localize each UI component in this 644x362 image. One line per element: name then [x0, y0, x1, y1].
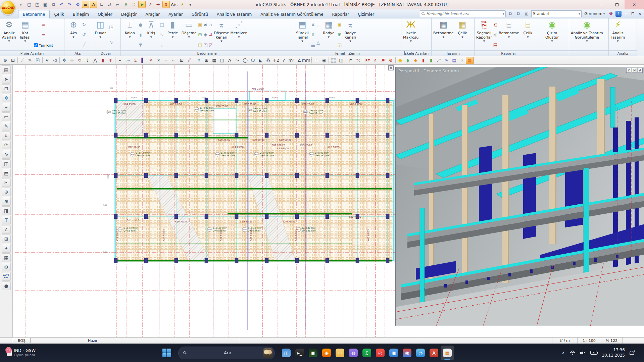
duvar-button[interactable]: ◫Duvar▼: [92, 19, 108, 50]
text-icon[interactable]: A: [226, 57, 234, 64]
doc-minimize-icon[interactable]: ─: [623, 11, 629, 17]
frame-icon[interactable]: ▭: [2, 112, 11, 121]
surekli-temel-button[interactable]: ⬒SürekliTemel▼: [294, 19, 310, 50]
iskele-makrosu-button[interactable]: ЖİskeleMakrosu▼: [402, 19, 419, 50]
taskbar-search[interactable]: Ara: [178, 347, 275, 359]
zoom-window-icon[interactable]: ⊕: [1, 57, 9, 64]
small-tool-icon[interactable]: ≠: [203, 22, 207, 27]
small-tool-icon[interactable]: ⇊: [209, 32, 212, 37]
small-tool-icon[interactable]: ∿: [160, 32, 164, 37]
radye-button[interactable]: ▦Radye▼: [321, 19, 337, 50]
edge-icon[interactable]: ◔: [414, 346, 427, 360]
coord-3p-icon[interactable]: 3P: [379, 57, 387, 64]
weather-widget[interactable]: 9 IND - GSW Oyun puanı: [3, 348, 74, 358]
start-button[interactable]: [160, 346, 174, 360]
cloud-icon[interactable]: ⬡: [249, 57, 257, 64]
analysis-run-icon[interactable]: ⚡: [458, 57, 466, 64]
hatch-icon[interactable]: ⌗: [195, 57, 203, 64]
terminal-app-icon[interactable]: ▸_: [293, 346, 306, 360]
plan-corner-button[interactable]: A: [388, 65, 394, 70]
insert-icon[interactable]: ⊕: [2, 188, 11, 196]
small-tool-icon[interactable]: ◱: [338, 42, 342, 47]
tab--izimler[interactable]: Çizimler: [353, 10, 379, 18]
aks-button[interactable]: ⊕Aks▼: [65, 19, 82, 50]
move-icon[interactable]: ✥: [60, 57, 68, 64]
display-options-icon[interactable]: ⊞: [523, 10, 530, 17]
analiz-ayarlari-button[interactable]: ⚙AnalizAyarları▼: [1, 19, 17, 50]
measure-3d-icon[interactable]: ⤢: [435, 57, 443, 64]
elevation-view-icon[interactable]: ⬒: [2, 169, 11, 177]
points-icon[interactable]: ⁂: [264, 57, 272, 64]
array-icon[interactable]: ⁜: [107, 57, 114, 64]
result-table-icon[interactable]: ▤: [450, 57, 458, 64]
snap-burst-icon[interactable]: ✳: [147, 57, 155, 64]
level-icon[interactable]: ≐: [312, 57, 320, 64]
polyline-icon[interactable]: 〜: [234, 57, 241, 64]
search-dropdown-icon[interactable]: ▾: [503, 12, 504, 15]
unit-indicator[interactable]: tf / m: [552, 338, 578, 344]
merdiven-button[interactable]: ⋰Merdiven▼: [230, 19, 248, 50]
hatch-tool-icon[interactable]: ⌗: [2, 131, 11, 140]
break-icon[interactable]: ✕: [155, 57, 162, 64]
viewport-button-a[interactable]: A: [638, 68, 643, 73]
draw-icon[interactable]: ✎: [2, 122, 11, 131]
selection-filter-icon[interactable]: ⟋: [18, 57, 26, 64]
move-copy-icon[interactable]: ⊹: [68, 57, 76, 64]
system-monitor-icon[interactable]: ▣: [306, 346, 320, 360]
fillet-icon[interactable]: ⌐: [162, 57, 170, 64]
star-tool-icon[interactable]: ✦: [2, 244, 11, 253]
small-tool-icon[interactable]: ⌐: [316, 24, 320, 30]
trim-icon[interactable]: ⌁: [116, 57, 124, 64]
coord-z-icon[interactable]: Z: [371, 57, 379, 64]
small-tool-icon[interactable]: ≡: [34, 33, 53, 38]
viewport-button-y[interactable]: Y: [626, 68, 631, 73]
show-desktop-button[interactable]: [640, 346, 641, 360]
widgets-app-icon[interactable]: ◫: [280, 346, 293, 360]
tab-ara-lar[interactable]: Araçlar: [141, 10, 164, 18]
small-tool-icon[interactable]: ↻: [82, 22, 86, 27]
split-icon[interactable]: ◫: [218, 57, 226, 64]
small-tool-icon[interactable]: Ⅲ: [311, 32, 315, 37]
command-search-box[interactable]: ▾: [420, 10, 506, 17]
project-tree-icon[interactable]: ▤: [2, 65, 11, 74]
small-tool-icon[interactable]: ▼: [139, 42, 142, 47]
yari-rijit-checkbox[interactable]: Yarı Rijit: [34, 43, 53, 47]
spotify-icon[interactable]: ♫: [360, 346, 374, 360]
snap-center-icon[interactable]: ⌖: [2, 103, 11, 112]
small-tool-icon[interactable]: ≡: [34, 22, 53, 27]
small-tool-icon[interactable]: ∿: [109, 40, 113, 45]
small-tool-icon[interactable]: ⎗: [493, 22, 497, 27]
tab--elik[interactable]: Çelik: [50, 10, 68, 18]
small-tool-icon[interactable]: ▣: [198, 22, 202, 27]
rapor-celik-button[interactable]: ⌸Çelik▼: [520, 19, 536, 50]
drop-icon[interactable]: ⇓: [84, 57, 91, 64]
small-tool-icon[interactable]: ╱: [82, 42, 86, 47]
matrix-tool-icon[interactable]: ▦: [2, 253, 11, 262]
spray-icon[interactable]: ☄: [186, 57, 193, 64]
rapor-betonarme-button[interactable]: ⌸Betonarme▼: [498, 19, 520, 50]
small-tool-icon[interactable]: ⎘: [493, 32, 497, 37]
new-window-icon[interactable]: ⿴: [330, 57, 337, 64]
clip-plane-icon[interactable]: ▮: [427, 57, 435, 64]
notification-bell-icon[interactable]: z: [630, 351, 634, 355]
small-tool-icon[interactable]: ◱: [198, 42, 202, 47]
tab-birle-im[interactable]: Birleşim: [68, 10, 94, 18]
small-tool-icon[interactable]: ▣: [338, 22, 342, 27]
opera-icon[interactable]: ◎: [374, 346, 387, 360]
perde-button[interactable]: ▮Perde▼: [165, 19, 181, 50]
mode-indicator[interactable]: BOŞ: [13, 338, 31, 343]
tab-raporlar[interactable]: Raporlar: [328, 10, 354, 18]
photos-app-icon[interactable]: ▣: [387, 346, 400, 360]
close-button[interactable]: ✕: [625, 0, 644, 9]
red-a-app-icon[interactable]: A: [427, 346, 441, 360]
levels-icon[interactable]: ≋: [2, 197, 11, 206]
viewport-button-n[interactable]: N: [632, 68, 637, 73]
layer-manager-icon[interactable]: ⧉: [507, 10, 514, 17]
sun-settings-icon[interactable]: ◆: [412, 57, 419, 64]
doc-restore-icon[interactable]: ❐: [630, 11, 636, 17]
pan-icon[interactable]: ✥: [2, 94, 11, 102]
visibility-icon[interactable]: ◉: [320, 57, 328, 64]
small-tool-icon[interactable]: ♟: [311, 22, 315, 27]
axis-cross-icon[interactable]: ⤱: [354, 57, 362, 64]
tile-windows-icon[interactable]: ◫: [337, 57, 345, 64]
